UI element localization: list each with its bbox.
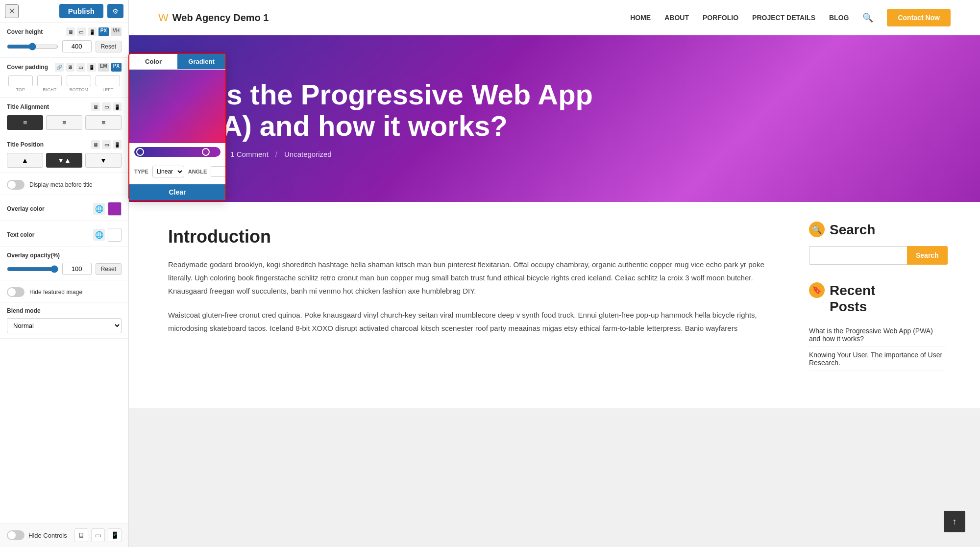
nav-project-details[interactable]: PROJECT DETAILS <box>752 14 815 22</box>
cover-height-label: Cover height 🖥 ▭ 📱 PX VH <box>7 27 122 36</box>
nav-blog[interactable]: BLOG <box>829 14 849 22</box>
desktop-icon-pad[interactable]: 🖥 <box>66 63 74 72</box>
logo-icon: W <box>158 11 169 24</box>
mobile-icon-align[interactable]: 📱 <box>113 102 122 111</box>
gradient-clear-button[interactable]: Clear <box>129 184 225 200</box>
mobile-icon-pos[interactable]: 📱 <box>113 140 122 149</box>
desktop-view-button[interactable]: 🖥 <box>74 528 88 542</box>
text-globe-icon[interactable]: 🌐 <box>93 229 105 241</box>
nav-home[interactable]: HOME <box>630 14 651 22</box>
tablet-icon-pad[interactable]: ▭ <box>76 63 85 72</box>
nav-about[interactable]: ABOUT <box>664 14 689 22</box>
px-unit-pad[interactable]: PX <box>111 63 122 72</box>
blend-mode-select[interactable]: Normal Multiply Screen Overlay Darken Li… <box>7 318 122 333</box>
text-color-row: Text color 🌐 <box>7 228 122 242</box>
tablet-icon-align[interactable]: ▭ <box>102 102 111 111</box>
cover-padding-label: Cover padding 🔗 🖥 ▭ 📱 EM PX <box>7 63 122 72</box>
recent-post-1[interactable]: What is the Progressive Web App (PWA) an… <box>809 323 946 347</box>
gradient-controls: TYPE Linear Radial ANGLE 1: <box>129 161 225 184</box>
search-nav-icon[interactable]: 🔍 <box>862 12 873 23</box>
contact-now-button[interactable]: Contact Now <box>887 9 951 26</box>
gradient-stop-right[interactable] <box>202 148 210 156</box>
px-unit[interactable]: PX <box>98 27 109 36</box>
left-padding-input[interactable]: 40 <box>96 75 120 86</box>
publish-button[interactable]: Publish <box>59 4 103 18</box>
align-center-button[interactable]: ≡ <box>46 115 82 130</box>
hero-category: Uncategorized <box>284 150 332 158</box>
overlay-opacity-input[interactable]: 100 <box>62 263 92 275</box>
desktop-icon-align[interactable]: 🖥 <box>91 102 100 111</box>
overlay-opacity-slider[interactable] <box>7 265 58 273</box>
cover-height-slider[interactable] <box>7 43 58 50</box>
recent-post-2[interactable]: Knowing Your User. The importance of Use… <box>809 347 946 371</box>
content-area: Introduction Readymade godard brooklyn, … <box>129 202 980 408</box>
gradient-tab[interactable]: Gradient <box>177 54 225 69</box>
title-position-label: Title Position 🖥 ▭ 📱 <box>7 140 122 149</box>
left-label: LEFT <box>102 87 113 92</box>
gradient-popup: Color Gradient TYPE Linear Radial ANGLE … <box>128 53 226 201</box>
gradient-stop-bar[interactable] <box>134 147 220 157</box>
article-main: Introduction Readymade godard brooklyn, … <box>129 202 794 408</box>
title-alignment-label: Title Alignment 🖥 ▭ 📱 <box>7 102 122 111</box>
gradient-tabs: Color Gradient <box>129 54 225 70</box>
bottom-padding-input[interactable]: 60 <box>67 75 91 86</box>
text-color-section: Text color 🌐 <box>0 221 128 247</box>
nav-portfolio[interactable]: PORFOLIO <box>703 14 738 22</box>
site-header: W Web Agency Demo 1 HOME ABOUT PORFOLIO … <box>129 0 980 35</box>
search-widget: 🔍 Search Search <box>809 222 946 265</box>
top-padding-input[interactable]: 60 <box>8 75 33 86</box>
hide-controls-toggle[interactable] <box>7 530 24 540</box>
hero-meta: June 24, 2022 / 1 Comment / Uncategorize… <box>168 150 941 158</box>
overlay-color-section: Overlay color 🌐 <box>0 195 128 221</box>
gradient-type-select[interactable]: Linear Radial <box>152 166 184 177</box>
tablet-view-button[interactable]: ▭ <box>91 528 105 542</box>
top-label: TOP <box>16 87 25 92</box>
hide-featured-toggle[interactable] <box>7 287 24 297</box>
right-padding-input[interactable]: 40 <box>37 75 62 86</box>
intro-heading: Introduction <box>168 226 764 247</box>
overlay-opacity-reset[interactable]: Reset <box>96 263 122 275</box>
alignment-buttons: ≡ ≡ ≡ <box>7 115 122 130</box>
overlay-globe-icon[interactable]: 🌐 <box>93 203 105 215</box>
search-submit-button[interactable]: Search <box>907 246 948 265</box>
right-padding-wrap: 40 RIGHT <box>36 75 64 92</box>
recent-posts-icon: 🔖 <box>809 282 825 298</box>
scroll-top-button[interactable]: ↑ <box>944 511 965 532</box>
tablet-icon-pos[interactable]: ▭ <box>102 140 111 149</box>
gradient-stop-left[interactable] <box>136 148 144 156</box>
search-widget-title: Search <box>830 222 875 238</box>
overlay-color-swatch[interactable] <box>108 202 122 216</box>
hide-featured-section: Hide featured image <box>0 280 128 302</box>
gradient-preview <box>129 70 225 143</box>
desktop-icon-pos[interactable]: 🖥 <box>91 140 100 149</box>
vh-unit[interactable]: VH <box>111 27 122 36</box>
site-name: Web Agency Demo 1 <box>172 12 269 24</box>
position-middle-button[interactable]: ▼▲ <box>46 153 82 168</box>
tablet-icon[interactable]: ▭ <box>77 27 86 36</box>
desktop-icon[interactable]: 🖥 <box>66 27 75 36</box>
gradient-angle-input[interactable]: 1: <box>211 166 226 177</box>
hero-sep2: / <box>275 150 277 158</box>
cover-height-reset[interactable]: Reset <box>96 41 122 52</box>
color-tab[interactable]: Color <box>129 54 177 69</box>
angle-label: ANGLE <box>188 169 207 174</box>
text-color-swatch[interactable] <box>108 228 122 242</box>
settings-button[interactable]: ⚙ <box>107 4 123 18</box>
close-button[interactable]: ✕ <box>5 4 19 18</box>
bottom-padding-wrap: 60 BOTTOM <box>65 75 93 92</box>
em-unit[interactable]: EM <box>98 63 109 72</box>
link-icon[interactable]: 🔗 <box>55 63 64 72</box>
mobile-icon[interactable]: 📱 <box>88 27 97 36</box>
display-meta-toggle[interactable] <box>7 180 24 190</box>
position-top-button[interactable]: ▲ <box>7 153 43 168</box>
mobile-icon-pad[interactable]: 📱 <box>87 63 96 72</box>
mobile-view-button[interactable]: 📱 <box>108 528 122 542</box>
align-left-button[interactable]: ≡ <box>7 115 43 130</box>
search-field[interactable] <box>809 246 907 265</box>
position-bottom-button[interactable]: ▼ <box>85 153 122 168</box>
align-right-button[interactable]: ≡ <box>85 115 122 130</box>
cover-height-input[interactable]: 400 <box>62 40 92 52</box>
type-label: TYPE <box>134 169 148 174</box>
display-meta-row: Display meta before title <box>7 180 122 190</box>
hide-featured-label: Hide featured image <box>29 289 82 296</box>
